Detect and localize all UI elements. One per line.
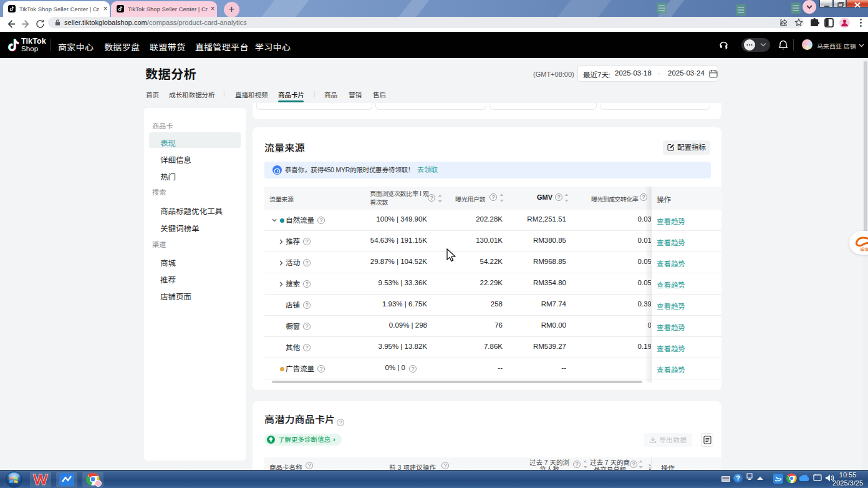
svg-text:诚信: 诚信 (860, 246, 868, 252)
